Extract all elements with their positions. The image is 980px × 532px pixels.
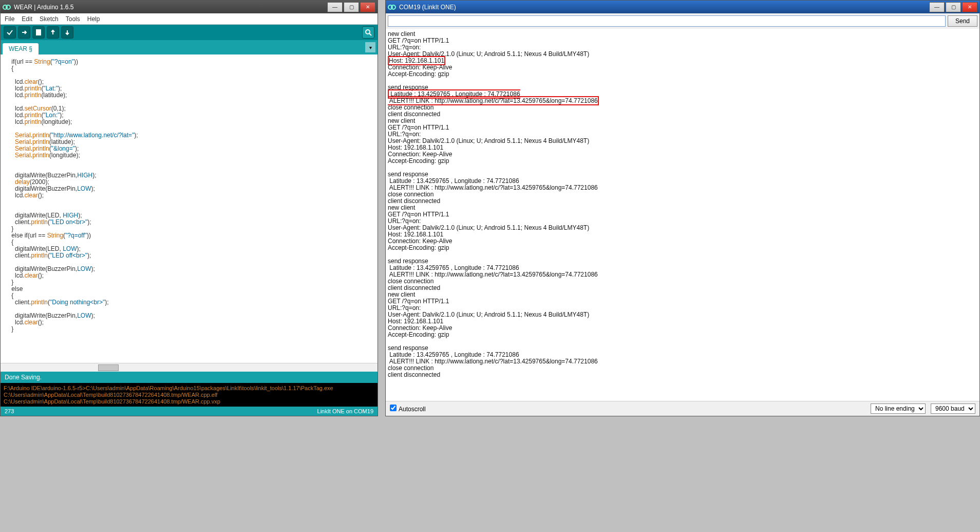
- arduino-title-text: WEAR | Arduino 1.6.5: [14, 4, 74, 11]
- new-button[interactable]: [32, 26, 45, 39]
- console-line: C:\Users\admin\AppData\Local\Temp\build8…: [4, 392, 217, 398]
- autoscroll-checkbox[interactable]: Autoscroll: [390, 405, 426, 413]
- serial-bottom-bar: Autoscroll No line ending 9600 baud: [386, 401, 979, 416]
- baud-select[interactable]: 9600 baud: [931, 403, 975, 414]
- minimize-button[interactable]: —: [327, 2, 343, 12]
- arduino-app-icon: [388, 3, 396, 11]
- serial-monitor-button[interactable]: [362, 26, 374, 39]
- window-divider: [378, 0, 385, 532]
- save-button[interactable]: [61, 26, 73, 39]
- menu-tools[interactable]: Tools: [66, 15, 80, 23]
- menubar: File Edit Sketch Tools Help: [1, 13, 378, 25]
- tab-wear[interactable]: WEAR §: [3, 43, 39, 54]
- menu-help[interactable]: Help: [87, 15, 100, 23]
- line-ending-select[interactable]: No line ending: [871, 403, 926, 414]
- serial-send-row: Send: [386, 13, 979, 29]
- toolbar: [1, 25, 378, 40]
- serial-title-text: COM19 (LinkIt ONE): [399, 4, 456, 11]
- send-button[interactable]: Send: [948, 15, 977, 27]
- maximize-button[interactable]: ▢: [344, 2, 359, 12]
- arduino-app-icon: [3, 3, 11, 11]
- serial-titlebar[interactable]: COM19 (LinkIt ONE) — ▢ ✕: [386, 1, 979, 13]
- console-line: F:\Arduino IDE\arduino-1.6.5-r5>C:\Users…: [4, 385, 333, 391]
- highlighted-response: Latitude : 13.4259765 , Longitude : 74.7…: [388, 89, 599, 105]
- menu-file[interactable]: File: [5, 15, 14, 23]
- serial-input[interactable]: [388, 15, 946, 27]
- tabbar: WEAR § ▾: [1, 40, 378, 54]
- menu-sketch[interactable]: Sketch: [40, 15, 59, 23]
- open-button[interactable]: [47, 26, 59, 39]
- svg-point-3: [366, 30, 370, 34]
- close-button[interactable]: ✕: [962, 2, 977, 12]
- status-text: Done Saving.: [5, 374, 42, 381]
- scrollbar-thumb[interactable]: [98, 364, 119, 371]
- menu-edit[interactable]: Edit: [22, 15, 32, 23]
- arduino-ide-window: WEAR | Arduino 1.6.5 — ▢ ✕ File Edit Ske…: [0, 0, 378, 416]
- arduino-titlebar[interactable]: WEAR | Arduino 1.6.5 — ▢ ✕: [1, 1, 378, 13]
- close-button[interactable]: ✕: [360, 2, 375, 12]
- tab-dropdown-button[interactable]: ▾: [365, 42, 375, 52]
- build-console: F:\Arduino IDE\arduino-1.6.5-r5>C:\Users…: [1, 383, 378, 407]
- svg-rect-2: [36, 29, 41, 35]
- verify-button[interactable]: [4, 26, 16, 39]
- console-line: C:\Users\admin\AppData\Local\Temp\build8…: [4, 398, 220, 405]
- board-port-info: LinkIt ONE on COM19: [317, 408, 373, 414]
- footer-bar: 273 LinkIt ONE on COM19: [1, 407, 378, 416]
- serial-output[interactable]: new client GET /?q=on HTTP/1.1 URL:?q=on…: [386, 29, 979, 401]
- code-editor[interactable]: if(url == String("?q=on")) { lcd.clear()…: [1, 54, 378, 363]
- serial-monitor-window: COM19 (LinkIt ONE) — ▢ ✕ Send new client…: [385, 0, 980, 416]
- upload-button[interactable]: [18, 26, 30, 39]
- line-number: 273: [5, 408, 14, 414]
- horizontal-scrollbar[interactable]: [1, 363, 378, 372]
- status-bar: Done Saving.: [1, 372, 378, 383]
- maximize-button[interactable]: ▢: [946, 2, 961, 12]
- minimize-button[interactable]: —: [929, 2, 945, 12]
